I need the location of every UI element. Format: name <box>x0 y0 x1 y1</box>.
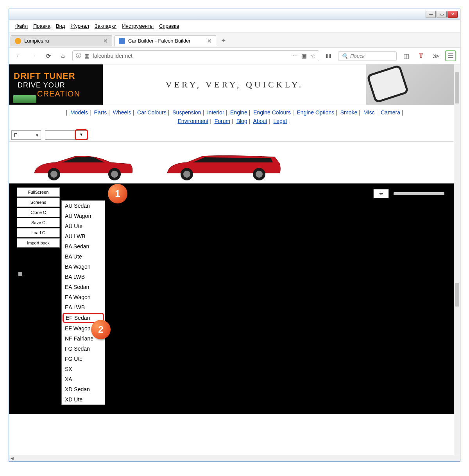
model-dropdown[interactable]: ▼ <box>45 130 88 140</box>
hamburger-menu-button[interactable] <box>445 50 456 61</box>
nav-interior[interactable]: Interior <box>207 109 224 116</box>
fullscreen-button[interactable]: FullScreen <box>17 187 60 197</box>
nav-forum[interactable]: Forum <box>215 118 230 124</box>
page-vscrollbar[interactable] <box>454 64 460 455</box>
scroll-thumb[interactable] <box>455 72 459 103</box>
option-xd-sedan[interactable]: XD Sedan <box>62 384 105 394</box>
reader-icon[interactable]: ▣ <box>302 53 307 59</box>
menu-tools[interactable]: Инструменты <box>120 22 156 30</box>
forward-button[interactable]: → <box>28 50 39 61</box>
nav-engine-options[interactable]: Engine Options <box>297 109 334 116</box>
page-content: DRIFT TUNER DRIVE YOUR CREATION VERY, VE… <box>9 64 460 455</box>
tool-icon[interactable]: T <box>415 50 426 61</box>
tab-lumpics[interactable]: Lumpics.ru ✕ <box>11 35 112 46</box>
home-button[interactable]: ⌂ <box>57 50 68 61</box>
nav-suspension[interactable]: Suspension <box>172 109 201 116</box>
menu-bookmarks[interactable]: Закладки <box>92 22 119 30</box>
import-back-button[interactable]: Import back <box>17 238 60 248</box>
close-tab-icon[interactable]: ✕ <box>207 38 212 44</box>
scroll-thumb[interactable] <box>455 283 459 307</box>
banner-ad-left[interactable]: DRIFT TUNER DRIVE YOUR CREATION <box>9 64 103 105</box>
menu-edit[interactable]: Правка <box>31 22 53 30</box>
ad-line: DRIFT TUNER <box>14 71 98 81</box>
option-ea-sedan[interactable]: EA Sedan <box>62 282 105 292</box>
option-au-sedan[interactable]: AU Sedan <box>62 201 105 211</box>
menu-history[interactable]: Журнал <box>68 22 91 30</box>
callout-1: 1 <box>108 184 127 203</box>
more-icon[interactable]: ⋯ <box>292 53 298 59</box>
nav-car-colours[interactable]: Car Colours <box>137 109 166 116</box>
chevron-down-icon: ▼ <box>79 132 83 137</box>
menu-bar: Файл Правка Вид Журнал Закладки Инструме… <box>9 20 460 32</box>
page-hscrollbar[interactable]: ◀ <box>9 455 460 461</box>
overflow-icon[interactable]: ≫ <box>430 50 441 61</box>
banner: DRIFT TUNER DRIVE YOUR CREATION VERY, VE… <box>9 64 460 105</box>
nav-parts[interactable]: Parts <box>94 109 107 116</box>
reload-button[interactable]: ⟳ <box>43 50 54 61</box>
menu-view[interactable]: Вид <box>54 22 68 30</box>
tab-favicon-icon <box>119 38 125 44</box>
close-tab-icon[interactable]: ✕ <box>103 38 108 44</box>
library-icon[interactable]: ⫿⫿ <box>323 50 334 61</box>
nav-legal[interactable]: Legal <box>274 118 287 124</box>
nav-engine[interactable]: Engine <box>230 109 247 116</box>
url-bar[interactable]: ⓘ ▦ falconbuilder.net ⋯ ▣ ☆ <box>72 50 319 61</box>
nav-blog[interactable]: Blog <box>236 118 247 124</box>
scroll-left-icon[interactable]: ◀ <box>9 455 15 462</box>
svg-point-1 <box>50 171 57 178</box>
nav-models[interactable]: Models <box>70 109 88 116</box>
car-sedan-graphic <box>32 152 134 183</box>
menu-help[interactable]: Справка <box>157 22 181 30</box>
option-xd-ute[interactable]: XD Ute <box>62 394 105 405</box>
save-button[interactable]: Save C <box>17 218 60 227</box>
make-dropdown[interactable]: F ▼ <box>11 130 41 140</box>
nav-camera[interactable]: Camera <box>381 109 400 116</box>
svg-point-7 <box>256 171 263 178</box>
nav-wheels[interactable]: Wheels <box>113 109 131 116</box>
site-icon: ▦ <box>84 53 90 59</box>
screens-button[interactable]: Screens <box>17 198 60 207</box>
stage-side-buttons: FullScreen Screens Clone C Save C Load C… <box>17 187 60 248</box>
option-ba-lwb[interactable]: BA LWB <box>62 272 105 282</box>
option-fg-ute[interactable]: FG Ute <box>62 354 105 364</box>
option-au-lwb[interactable]: AU LWB <box>62 231 105 241</box>
width-slider[interactable] <box>394 192 444 195</box>
phone-graphic <box>366 64 409 103</box>
car-preview-strip <box>9 141 460 184</box>
tab-favicon-icon <box>15 38 21 44</box>
close-window-button[interactable]: ✕ <box>448 11 458 18</box>
option-sx[interactable]: SX <box>62 364 105 374</box>
sidebar-icon[interactable]: ◫ <box>401 50 412 61</box>
nav-engine-colours[interactable]: Engine Colours <box>253 109 291 116</box>
maximize-button[interactable]: ▭ <box>437 11 447 18</box>
minimize-button[interactable]: — <box>426 11 436 18</box>
nav-about[interactable]: About <box>253 118 267 124</box>
search-box[interactable]: 🔍 Поиск <box>338 51 397 61</box>
ad-line: CREATION <box>37 89 98 98</box>
nav-smoke[interactable]: Smoke <box>340 109 358 116</box>
new-tab-button[interactable]: + <box>218 36 229 46</box>
option-ea-lwb[interactable]: EA LWB <box>62 302 105 312</box>
car-wagon-graphic <box>165 152 283 183</box>
nav-environment[interactable]: Environment <box>178 118 209 124</box>
option-ea-wagon[interactable]: EA Wagon <box>62 292 105 302</box>
option-ba-sedan[interactable]: BA Sedan <box>62 241 105 251</box>
option-au-wagon[interactable]: AU Wagon <box>62 211 105 221</box>
star-icon[interactable]: ☆ <box>311 53 316 59</box>
option-ba-wagon[interactable]: BA Wagon <box>62 262 105 272</box>
option-xa[interactable]: XA <box>62 374 105 384</box>
menu-file[interactable]: Файл <box>13 22 30 30</box>
clone-button[interactable]: Clone C <box>17 208 60 217</box>
load-button[interactable]: Load C <box>17 228 60 237</box>
model-dropdown-list: AU Sedan AU Wagon AU Ute AU LWB BA Sedan… <box>61 200 105 405</box>
search-placeholder: Поиск <box>350 53 365 59</box>
back-button[interactable]: ← <box>13 50 24 61</box>
car-width-icon[interactable]: ⇔ <box>373 189 389 198</box>
tab-carbuilder[interactable]: Car Builder - Falcon Builder ✕ <box>115 35 216 46</box>
option-au-ute[interactable]: AU Ute <box>62 221 105 231</box>
banner-ad-right[interactable] <box>366 64 460 105</box>
nav-misc[interactable]: Misc <box>363 109 375 116</box>
option-fg-sedan[interactable]: FG Sedan <box>62 344 105 354</box>
info-icon[interactable]: ⓘ <box>76 52 81 59</box>
option-ba-ute[interactable]: BA Ute <box>62 251 105 262</box>
